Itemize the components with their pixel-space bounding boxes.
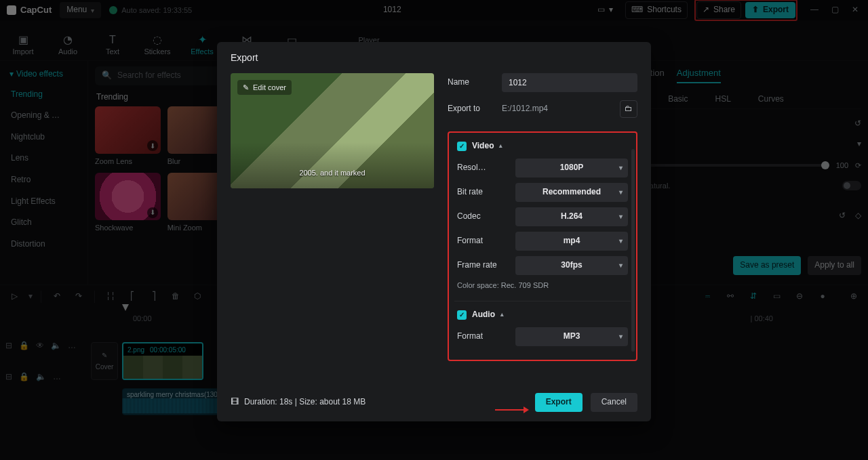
settings-scrollbar[interactable]: [631, 149, 635, 351]
name-input[interactable]: [502, 73, 637, 92]
codec-select[interactable]: H.264▾: [515, 207, 628, 226]
exportto-label: Export to: [448, 104, 495, 114]
cover-caption: 2005. and it marked: [231, 168, 434, 177]
cancel-button[interactable]: Cancel: [591, 393, 637, 412]
collapse-icon[interactable]: ▴: [499, 142, 502, 150]
audio-checkbox[interactable]: ✓: [457, 310, 467, 320]
bitrate-label: Bit rate: [457, 187, 509, 198]
resolution-select[interactable]: 1080P▾: [515, 159, 628, 177]
vformat-label: Format: [457, 236, 509, 247]
exportto-path: E:/1012.mp4: [502, 104, 613, 114]
dialog-title: Export: [217, 42, 651, 73]
codec-label: Codec: [457, 211, 509, 222]
colorspace-note: Color space: Rec. 709 SDR: [457, 280, 628, 290]
vformat-select[interactable]: mp4▾: [515, 232, 628, 251]
aformat-select[interactable]: MP3▾: [515, 327, 628, 346]
video-section[interactable]: ✓ Video ▴: [457, 141, 628, 152]
fps-select[interactable]: 30fps▾: [515, 256, 628, 275]
cover-preview[interactable]: ✎Edit cover 2005. and it marked: [231, 73, 434, 188]
name-label: Name: [448, 77, 495, 88]
film-icon: 🎞: [231, 397, 239, 408]
export-settings-highlight: ✓ Video ▴ Resol… 1080P▾ Bit rate Recomme…: [448, 131, 637, 360]
pencil-icon: ✎: [243, 83, 249, 92]
aformat-label: Format: [457, 331, 509, 342]
audio-section[interactable]: ✓ Audio ▴: [457, 310, 628, 320]
export-confirm-button[interactable]: Export: [535, 393, 583, 412]
browse-folder-button[interactable]: 🗀: [620, 100, 637, 118]
export-dialog: Export ✎Edit cover 2005. and it marked N…: [217, 42, 651, 421]
resolution-label: Resol…: [457, 163, 509, 173]
export-form: Name Export to E:/1012.mp4 🗀 ✓ Video ▴ R…: [448, 73, 637, 360]
video-checkbox[interactable]: ✓: [457, 142, 467, 151]
chevron-down-icon: ▾: [619, 163, 623, 172]
fps-label: Frame rate: [457, 260, 509, 271]
edit-cover-button[interactable]: ✎Edit cover: [237, 80, 292, 95]
export-meta: Duration: 18s | Size: about 18 MB: [244, 397, 366, 408]
bitrate-select[interactable]: Recommended▾: [515, 183, 628, 202]
folder-icon: 🗀: [625, 104, 633, 114]
dialog-footer: 🎞Duration: 18s | Size: about 18 MB Expor…: [231, 393, 637, 412]
